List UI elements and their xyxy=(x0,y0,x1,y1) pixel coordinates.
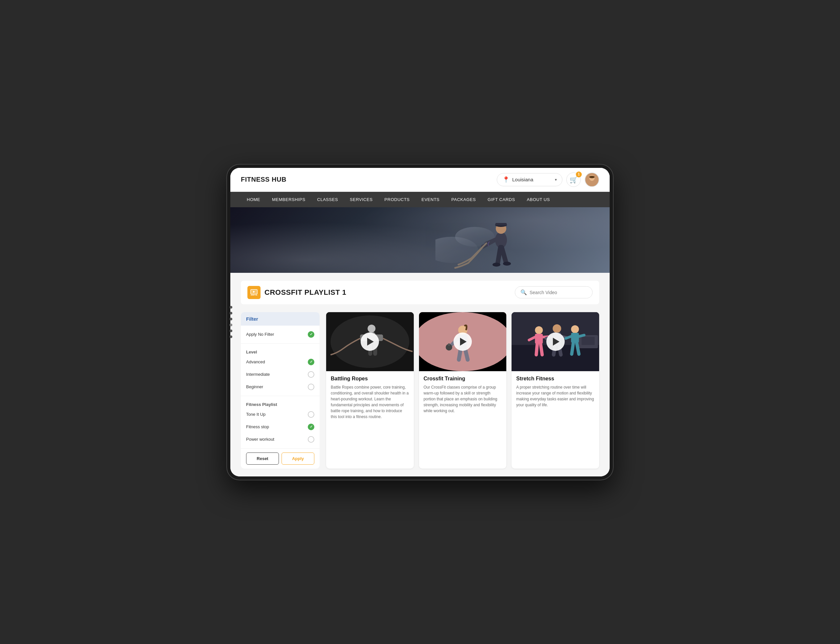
nav-about-us[interactable]: ABOUT US xyxy=(521,192,556,207)
page-title-row: CROSSFIT PLAYLIST 1 🔍 xyxy=(241,281,599,304)
video-info-2: Crossfit Training Our CrossFit classes c… xyxy=(419,371,507,419)
svg-point-15 xyxy=(503,262,511,266)
filter-intermediate-option[interactable]: Intermediate xyxy=(241,368,320,381)
svg-point-3 xyxy=(589,176,595,178)
video-thumbnail-2 xyxy=(419,312,507,371)
filter-intermediate-radio[interactable] xyxy=(308,371,315,378)
play-triangle-icon xyxy=(367,338,374,346)
nav-packages[interactable]: PACKAGES xyxy=(446,192,482,207)
svg-rect-9 xyxy=(496,223,507,226)
video-title-2: Crossfit Training xyxy=(423,376,502,382)
page-content: CROSSFIT PLAYLIST 1 🔍 Filter Apply No Fi… xyxy=(231,273,609,476)
svg-point-14 xyxy=(492,263,501,266)
filter-playlist-section: Fitness Playlist Tone It Up Fitness stop… xyxy=(241,396,320,449)
apply-button[interactable]: Apply xyxy=(282,452,315,465)
filter-fitness-stop-radio[interactable] xyxy=(308,424,315,430)
video-info-1: Battling Ropes Battle Ropes combine powe… xyxy=(326,371,414,425)
filter-tone-it-up-radio[interactable] xyxy=(308,411,315,418)
scroll-dot-3 xyxy=(230,318,232,320)
nav-memberships[interactable]: MEMBERSHIPS xyxy=(266,192,311,207)
cart-icon: 🛒 xyxy=(570,176,578,184)
device-frame: FITNESS HUB 📍 Louisiana ▾ 🛒 1 xyxy=(226,164,614,480)
svg-rect-58 xyxy=(571,333,579,343)
svg-line-62 xyxy=(577,343,579,354)
filter-no-filter-section: Apply No Filter xyxy=(241,325,320,343)
search-video-box[interactable]: 🔍 xyxy=(515,286,593,298)
svg-line-13 xyxy=(502,247,506,262)
location-selector[interactable]: 📍 Louisiana ▾ xyxy=(497,173,562,186)
play-triangle-icon-2 xyxy=(460,338,466,346)
avatar[interactable] xyxy=(585,172,599,187)
nav-services[interactable]: SERVICES xyxy=(344,192,379,207)
location-pin-icon: 📍 xyxy=(502,176,510,183)
filter-power-workout-option[interactable]: Power workout xyxy=(241,433,320,445)
filter-beginner-radio[interactable] xyxy=(308,384,315,390)
filter-advanced-radio[interactable] xyxy=(308,359,315,365)
filter-playlist-title: Fitness Playlist xyxy=(241,399,320,408)
filter-fitness-stop-option[interactable]: Fitness stop xyxy=(241,421,320,433)
video-playlist-icon-svg xyxy=(250,289,258,296)
filter-no-filter-option[interactable]: Apply No Filter xyxy=(241,328,320,341)
filter-beginner-option[interactable]: Beginner xyxy=(241,381,320,393)
screen: FITNESS HUB 📍 Louisiana ▾ 🛒 1 xyxy=(231,168,609,476)
video-desc-2: Our CrossFit classes comprise of a group… xyxy=(423,384,502,414)
video-desc-3: A proper stretching routine over time wi… xyxy=(516,384,595,408)
svg-line-59 xyxy=(566,337,571,338)
side-dots xyxy=(230,306,232,338)
video-desc-1: Battle Ropes combine power, core trainin… xyxy=(331,384,409,420)
svg-point-57 xyxy=(571,325,579,333)
video-grid: Battling Ropes Battle Ropes combine powe… xyxy=(326,312,599,468)
hero-athlete-figure xyxy=(435,210,534,273)
filter-power-workout-radio[interactable] xyxy=(308,436,315,443)
filter-no-filter-radio[interactable] xyxy=(308,331,315,338)
scroll-dot-6 xyxy=(230,335,232,338)
scroll-dot-4 xyxy=(230,324,232,326)
header: FITNESS HUB 📍 Louisiana ▾ 🛒 1 xyxy=(231,168,609,192)
svg-rect-44 xyxy=(582,337,595,345)
svg-line-49 xyxy=(537,343,537,355)
scroll-dot-1 xyxy=(230,306,232,309)
header-right: 📍 Louisiana ▾ 🛒 1 xyxy=(497,172,599,187)
filter-no-filter-label: Apply No Filter xyxy=(246,332,274,337)
video-info-3: Stretch Fitness A proper stretching rout… xyxy=(512,371,599,413)
filter-tone-it-up-label: Tone It Up xyxy=(246,412,265,417)
svg-line-61 xyxy=(572,343,573,354)
svg-point-51 xyxy=(553,324,562,333)
page-title: CROSSFIT PLAYLIST 1 xyxy=(265,288,346,297)
chevron-down-icon: ▾ xyxy=(555,177,557,182)
filter-level-section: Level Advanced Intermediate Beginner xyxy=(241,343,320,396)
video-title-3: Stretch Fitness xyxy=(516,376,595,382)
svg-point-45 xyxy=(535,326,543,334)
nav-products[interactable]: PRODUCTS xyxy=(379,192,416,207)
cart-button[interactable]: 🛒 1 xyxy=(567,172,581,187)
filter-advanced-label: Advanced xyxy=(246,360,265,364)
logo: FITNESS HUB xyxy=(241,176,287,183)
nav-events[interactable]: EVENTS xyxy=(416,192,446,207)
search-video-input[interactable] xyxy=(530,290,587,295)
hero-overlay xyxy=(231,207,609,273)
search-icon: 🔍 xyxy=(520,289,527,296)
nav-gift-cards[interactable]: GIFT CARDS xyxy=(482,192,521,207)
filter-tone-it-up-option[interactable]: Tone It Up xyxy=(241,408,320,421)
filter-intermediate-label: Intermediate xyxy=(246,372,270,377)
play-triangle-icon-3 xyxy=(553,338,560,346)
hero-banner xyxy=(231,207,609,273)
svg-rect-37 xyxy=(448,343,450,346)
reset-button[interactable]: Reset xyxy=(246,452,279,465)
video-thumbnail-1 xyxy=(326,312,414,371)
location-text: Louisiana xyxy=(512,177,552,182)
svg-line-60 xyxy=(579,335,585,337)
svg-line-50 xyxy=(541,343,542,355)
filter-sidebar: Filter Apply No Filter Level Advanced xyxy=(241,312,320,468)
play-button-1[interactable] xyxy=(361,332,379,351)
filter-power-workout-label: Power workout xyxy=(246,437,274,442)
nav-home[interactable]: HOME xyxy=(241,192,266,207)
filter-advanced-option[interactable]: Advanced xyxy=(241,356,320,368)
filter-fitness-stop-label: Fitness stop xyxy=(246,424,269,429)
play-button-3[interactable] xyxy=(546,332,565,351)
avatar-image xyxy=(585,172,598,187)
video-title-1: Battling Ropes xyxy=(331,376,409,382)
play-button-2[interactable] xyxy=(453,332,472,351)
nav-classes[interactable]: CLASSES xyxy=(311,192,344,207)
main-layout: Filter Apply No Filter Level Advanced xyxy=(241,312,599,468)
